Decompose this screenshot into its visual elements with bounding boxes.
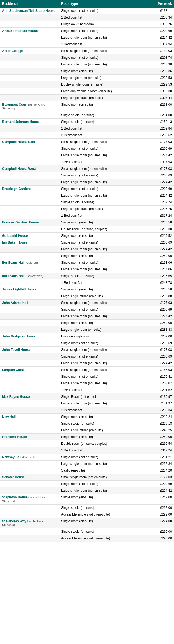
price-cell: £224.42: [145, 34, 174, 41]
residence-name[interactable]: Stapleton House: [2, 495, 28, 499]
residence-name[interactable]: Ian Baker House: [2, 241, 27, 244]
price-cell: £200.69: [145, 340, 174, 347]
residence-name[interactable]: Endsleigh Gardens: [2, 187, 31, 191]
residence-name[interactable]: Prankerd House: [2, 435, 27, 439]
residence-name[interactable]: New Hall: [2, 415, 16, 419]
table-row: Large single room (not en-suite)£224.42: [0, 360, 174, 367]
price-cell: £200.69: [145, 145, 174, 152]
price-cell: £396.76: [145, 21, 174, 28]
table-row: Single room (en-suite)£259.00: [0, 320, 174, 326]
residence-name[interactable]: Frances Gardner House: [2, 220, 39, 224]
price-cell: £284.20: [145, 467, 174, 474]
room-type-cell: Single room (en-suite): [59, 233, 145, 239]
price-cell: £200.69: [145, 306, 174, 313]
residence-name[interactable]: Campbell House East: [2, 140, 35, 144]
room-type-cell: Studio (en-suite): [59, 467, 145, 474]
residence-cell: Astor College: [0, 48, 59, 54]
residence-name[interactable]: Schafer House: [2, 475, 25, 479]
residence-cell: [0, 125, 59, 132]
table-row: Accessible single studio (en-suite)£292.…: [0, 511, 174, 518]
residence-name[interactable]: Astor College: [2, 49, 23, 53]
residence-cell: Arthur Tattersall House: [0, 28, 59, 34]
residence-name[interactable]: Arthur Tattersall House: [2, 29, 38, 33]
residence-name[interactable]: Goldsmid House: [2, 234, 28, 238]
table-row: 1 Bedroom flat£248.78: [0, 279, 174, 286]
residence-cell: [0, 152, 59, 159]
table-row: Goldsmid HouseSingle room (en-suite)£219…: [0, 233, 174, 239]
room-type-cell: Single room (not en-suite): [59, 306, 145, 313]
residence-cell: [0, 440, 59, 447]
residence-name[interactable]: Ramsay Hall: [2, 455, 21, 459]
residence-cell: [0, 75, 59, 81]
residence-cell: [0, 293, 59, 300]
table-row: Large single room (en-suite)£292.53: [0, 75, 174, 81]
residence-name[interactable]: Ifor Evans Hall: [2, 274, 24, 278]
table-row: Double room (en-suite, couples)£295.54: [0, 440, 174, 447]
residence-cell: [0, 380, 59, 387]
residence-cell: [0, 266, 59, 273]
price-cell: £216.65: [145, 273, 174, 279]
room-type-cell: Large single studio (en-suite): [59, 95, 145, 101]
residence-name[interactable]: Ifor Evans Hall: [2, 261, 24, 264]
room-type-cell: 1 Bedroom flat: [59, 159, 145, 165]
residence-cell: [0, 387, 59, 393]
table-row: Beaumont Court (run by Unite Students)Si…: [0, 101, 174, 112]
residence-name[interactable]: St Pancras Way: [2, 519, 26, 523]
residence-cell: [0, 353, 59, 360]
residence-name[interactable]: Max Rayne House: [2, 395, 30, 399]
room-type-cell: En-suite single room: [59, 333, 145, 340]
residence-cell: Ramsay Hall (Catered): [0, 454, 59, 461]
price-cell: £317.94: [145, 41, 174, 48]
room-type-cell: 1 Bedroom flat: [59, 212, 145, 219]
residence-cell: [0, 68, 59, 75]
room-type-cell: Single studio (en-suite): [59, 528, 145, 535]
table-row: 1 Bedroom flat£317.94: [0, 41, 174, 48]
residence-cell: [0, 226, 59, 233]
table-row: Large single room (not en-suite)£203.07: [0, 380, 174, 387]
residence-name[interactable]: Bernard Johnson House: [2, 120, 39, 124]
residence-name[interactable]: John Tovell House: [2, 348, 31, 352]
room-type-cell: Large single room (not en-suite): [59, 179, 145, 186]
residence-name[interactable]: Beaumont Court: [2, 103, 27, 106]
table-row: 1 Bedroom flat£291.62: [0, 387, 174, 393]
residence-name[interactable]: John Adams Hall: [2, 301, 28, 305]
room-type-cell: Single room (not en-suite): [59, 239, 145, 246]
room-type-cell: Large single room (not en-suite): [59, 34, 145, 41]
price-cell: £307.44: [145, 95, 174, 101]
price-cell: £151.97: [145, 400, 174, 407]
room-type-cell: Single studio (en-suite): [59, 273, 145, 279]
room-type-cell: Large single room (not en-suite): [59, 246, 145, 253]
room-type-cell: Large single room (not en-suite): [59, 313, 145, 320]
table-row: 1 Bedroom flat£256.34: [0, 407, 174, 414]
price-cell: £200.69: [145, 239, 174, 246]
price-cell: £292.53: [145, 75, 174, 81]
table-row: Bernard Johnson HouseSingle studio (en-s…: [0, 119, 174, 125]
room-type-cell: Small single room (not en-suite): [59, 347, 145, 353]
table-row: Max Rayne HouseSingle Room (not en-suite…: [0, 393, 174, 400]
table-row: Single studio (en-suite)£257.74: [0, 199, 174, 206]
price-cell: £177.03: [145, 165, 174, 172]
residence-name[interactable]: Campbell House West: [2, 167, 36, 171]
table-row: Duplex single room (en-suite)£292.53: [0, 81, 174, 88]
table-row: Campbell House EastSmall single room (no…: [0, 139, 174, 145]
residence-name[interactable]: Ann Stephenson/Neil Sharp House: [2, 9, 55, 13]
table-row: Single room (not en-suite)£200.69: [0, 172, 174, 179]
residence-name[interactable]: John Dodgson House: [2, 334, 35, 338]
price-cell: £231.21: [145, 454, 174, 461]
room-type-cell: Single room (not en-suite): [59, 481, 145, 487]
table-row: Single room (en-suite)£259.00: [0, 253, 174, 259]
price-cell: £233.38: [145, 61, 174, 68]
table-row: Large single room (not en-suite)£224.42: [0, 192, 174, 199]
residence-name[interactable]: Langton Close: [2, 368, 24, 372]
residence-cell: [0, 199, 59, 206]
residence-cell: [0, 112, 59, 119]
table-row: Arthur Tattersall HouseSingle room (not …: [0, 28, 174, 34]
room-type-cell: 1 Bedroom flat: [59, 41, 145, 48]
residence-cell: Bernard Johnson House: [0, 119, 59, 125]
residence-cell: [0, 212, 59, 219]
table-row: Single studio (en-suite)£291.00: [0, 112, 174, 119]
price-cell: £259.00: [145, 434, 174, 440]
residence-cell: [0, 21, 59, 28]
price-cell: £248.78: [145, 279, 174, 286]
residence-name[interactable]: James Lighthill House: [2, 288, 36, 291]
